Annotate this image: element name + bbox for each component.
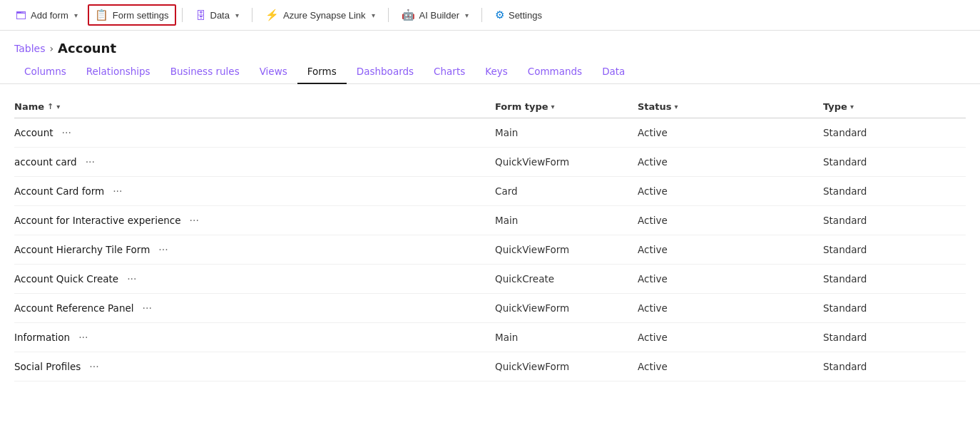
cell-status-3: Active: [638, 215, 823, 226]
tab-dashboards[interactable]: Dashboards: [347, 60, 424, 84]
table-row: Social Profiles ··· QuickViewForm Active…: [14, 352, 966, 382]
col-header-form-type[interactable]: Form type ▾: [495, 101, 638, 112]
azure-synapse-chevron-icon: ▾: [372, 11, 375, 19]
cell-form-type-2: Card: [495, 185, 638, 197]
cell-name-5: Account Quick Create ···: [14, 272, 495, 286]
row-name-text: Account Quick Create: [14, 273, 118, 285]
row-context-menu-5[interactable]: ···: [124, 272, 139, 286]
azure-synapse-button[interactable]: ⚡ Azure Synapse Link ▾: [258, 4, 382, 26]
cell-type-7: Standard: [823, 332, 966, 343]
table-body: Account ··· Main Active Standard account…: [14, 118, 966, 382]
add-form-label: Add form: [31, 10, 68, 21]
form-settings-icon: 📋: [95, 9, 108, 21]
tab-columns[interactable]: Columns: [14, 60, 76, 84]
row-name-text: Account: [14, 127, 53, 138]
col-header-status[interactable]: Status ▾: [638, 101, 823, 112]
cell-status-8: Active: [638, 361, 823, 372]
cell-status-0: Active: [638, 127, 823, 138]
cell-name-2: Account Card form ···: [14, 184, 495, 198]
breadcrumb: Tables › Account: [0, 31, 980, 60]
sub-nav: Columns Relationships Business rules Vie…: [0, 60, 980, 84]
cell-form-type-8: QuickViewForm: [495, 361, 638, 372]
cell-form-type-0: Main: [495, 127, 638, 138]
col-header-name[interactable]: Name ↑ ▾: [14, 101, 495, 112]
breadcrumb-tables-link[interactable]: Tables: [14, 43, 46, 54]
cell-name-8: Social Profiles ···: [14, 359, 495, 374]
table-row: account card ··· QuickViewForm Active St…: [14, 148, 966, 177]
breadcrumb-separator: ›: [50, 43, 54, 54]
tab-business-rules[interactable]: Business rules: [160, 60, 250, 84]
azure-synapse-label: Azure Synapse Link: [283, 10, 366, 21]
sort-asc-icon: ↑: [47, 102, 53, 111]
cell-status-5: Active: [638, 273, 823, 285]
row-context-menu-4[interactable]: ···: [155, 242, 170, 257]
cell-type-5: Standard: [823, 273, 966, 285]
form-settings-label: Form settings: [113, 10, 169, 21]
settings-icon: ⚙: [495, 9, 504, 21]
row-context-menu-1[interactable]: ···: [83, 155, 98, 169]
row-name-text: Account Card form: [14, 185, 104, 197]
toolbar-divider-1: [182, 8, 183, 22]
table-row: Information ··· Main Active Standard: [14, 323, 966, 352]
toolbar-divider-3: [388, 8, 389, 22]
tab-forms[interactable]: Forms: [297, 60, 347, 84]
add-form-chevron-icon: ▾: [74, 11, 78, 19]
col-form-type-label: Form type: [495, 101, 548, 112]
tab-charts[interactable]: Charts: [424, 60, 475, 84]
settings-button[interactable]: ⚙ Settings: [488, 4, 549, 26]
col-name-chevron-icon: ▾: [56, 103, 60, 111]
tab-relationships[interactable]: Relationships: [76, 60, 160, 84]
row-context-menu-7[interactable]: ···: [76, 330, 91, 344]
cell-form-type-7: Main: [495, 332, 638, 343]
col-type-label: Type: [823, 101, 847, 112]
add-form-button[interactable]: 🗔 Add form ▾: [9, 5, 85, 26]
cell-form-type-4: QuickViewForm: [495, 244, 638, 255]
cell-type-4: Standard: [823, 244, 966, 255]
data-button[interactable]: 🗄 Data ▾: [188, 5, 246, 26]
cell-type-6: Standard: [823, 302, 966, 314]
row-name-text: Account for Interactive experience: [14, 215, 181, 226]
col-status-chevron-icon: ▾: [675, 103, 678, 111]
data-icon: 🗄: [195, 9, 206, 21]
breadcrumb-current: Account: [58, 41, 116, 56]
row-context-menu-2[interactable]: ···: [110, 184, 125, 198]
form-settings-button[interactable]: 📋 Form settings: [88, 4, 176, 26]
tab-data[interactable]: Data: [592, 60, 635, 84]
tab-views[interactable]: Views: [250, 60, 297, 84]
cell-type-1: Standard: [823, 156, 966, 168]
cell-status-4: Active: [638, 244, 823, 255]
col-header-type[interactable]: Type ▾: [823, 101, 966, 112]
add-form-icon: 🗔: [16, 9, 26, 21]
data-label: Data: [210, 10, 230, 21]
row-context-menu-0[interactable]: ···: [59, 126, 74, 140]
row-name-text: Account Reference Panel: [14, 302, 134, 314]
row-context-menu-6[interactable]: ···: [140, 301, 155, 315]
cell-status-1: Active: [638, 156, 823, 168]
ai-builder-icon: 🤖: [402, 9, 415, 21]
table-row: Account Hierarchy Tile Form ··· QuickVie…: [14, 235, 966, 265]
tab-keys[interactable]: Keys: [475, 60, 518, 84]
cell-status-7: Active: [638, 332, 823, 343]
settings-label: Settings: [509, 10, 542, 21]
cell-type-2: Standard: [823, 185, 966, 197]
cell-type-0: Standard: [823, 127, 966, 138]
table-row: Account Quick Create ··· QuickCreate Act…: [14, 265, 966, 294]
table-row: Account Reference Panel ··· QuickViewFor…: [14, 294, 966, 323]
ai-builder-button[interactable]: 🤖 AI Builder ▾: [394, 4, 476, 26]
table-row: Account for Interactive experience ··· M…: [14, 206, 966, 235]
row-context-menu-3[interactable]: ···: [187, 213, 202, 227]
table-row: Account Card form ··· Card Active Standa…: [14, 177, 966, 206]
col-form-type-chevron-icon: ▾: [551, 103, 555, 111]
tab-commands[interactable]: Commands: [518, 60, 592, 84]
cell-form-type-6: QuickViewForm: [495, 302, 638, 314]
col-name-label: Name: [14, 101, 44, 112]
cell-status-2: Active: [638, 185, 823, 197]
cell-type-3: Standard: [823, 215, 966, 226]
cell-name-3: Account for Interactive experience ···: [14, 213, 495, 227]
toolbar: 🗔 Add form ▾ 📋 Form settings 🗄 Data ▾ ⚡ …: [0, 0, 980, 31]
row-context-menu-8[interactable]: ···: [86, 359, 101, 374]
ai-builder-chevron-icon: ▾: [465, 11, 469, 19]
toolbar-divider-4: [481, 8, 482, 22]
cell-type-8: Standard: [823, 361, 966, 372]
data-chevron-icon: ▾: [235, 11, 239, 19]
